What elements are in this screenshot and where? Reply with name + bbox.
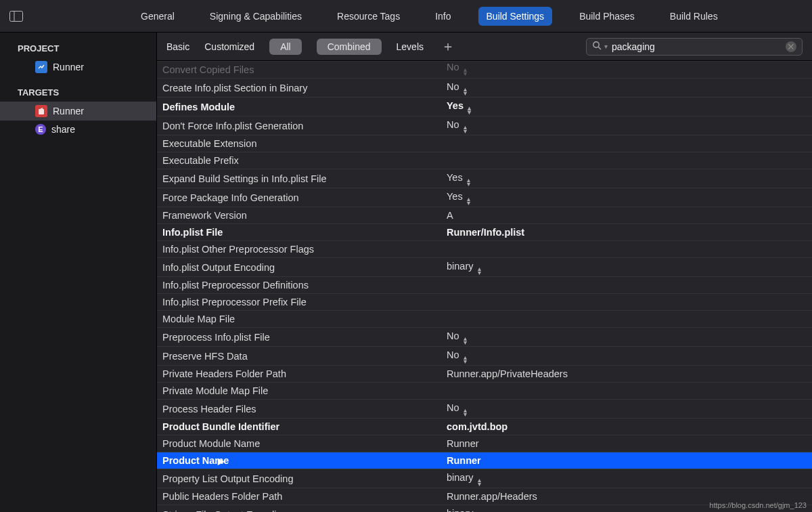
setting-value[interactable]: [441, 135, 812, 152]
filter-basic[interactable]: Basic: [166, 41, 189, 52]
disclosure-triangle-icon[interactable]: ▶: [218, 456, 224, 466]
setting-row[interactable]: Info.plist FileRunner/Info.plist: [157, 224, 812, 241]
tab-build-settings[interactable]: Build Settings: [478, 7, 553, 26]
setting-row[interactable]: Process Header FilesNo▴▾: [157, 400, 812, 419]
setting-value[interactable]: [441, 311, 812, 328]
sidebar-toggle-icon[interactable]: [8, 9, 24, 23]
setting-value[interactable]: No▴▾: [441, 62, 812, 79]
setting-value[interactable]: binary▴▾: [441, 258, 812, 277]
setting-row[interactable]: Info.plist Output Encodingbinary▴▾: [157, 258, 812, 277]
filter-customized[interactable]: Customized: [204, 41, 254, 52]
stepper-chevron-icon[interactable]: ▴▾: [467, 197, 470, 205]
setting-row[interactable]: Product Module NameRunner: [157, 435, 812, 452]
setting-row[interactable]: Private Headers Folder PathRunner.app/Pr…: [157, 366, 812, 383]
tab-signing-capabilities[interactable]: Signing & Capabilities: [202, 7, 310, 26]
stepper-chevron-icon[interactable]: ▴▾: [464, 87, 467, 95]
stepper-chevron-icon[interactable]: ▴▾: [464, 125, 467, 133]
stepper-chevron-icon[interactable]: ▴▾: [464, 68, 467, 76]
search-input[interactable]: [612, 41, 782, 52]
setting-value[interactable]: [441, 277, 812, 294]
setting-value[interactable]: Yes▴▾: [441, 188, 812, 207]
setting-row[interactable]: Info.plist Preprocessor Prefix File: [157, 294, 812, 311]
setting-name: ▶Product Name: [157, 452, 441, 469]
sidebar-target-share[interactable]: Eshare: [0, 121, 156, 138]
stepper-chevron-icon[interactable]: ▴▾: [468, 106, 471, 114]
stepper-chevron-icon[interactable]: ▴▾: [478, 478, 481, 486]
setting-row[interactable]: Convert Copied FilesNo▴▾: [157, 62, 812, 79]
setting-value[interactable]: No▴▾: [441, 400, 812, 419]
setting-row[interactable]: Executable Prefix: [157, 152, 812, 169]
setting-value[interactable]: No▴▾: [441, 116, 812, 135]
setting-value[interactable]: [441, 383, 812, 400]
setting-value[interactable]: Runner/Info.plist: [441, 224, 812, 241]
stepper-chevron-icon[interactable]: ▴▾: [464, 337, 467, 345]
setting-row[interactable]: Framework VersionA: [157, 207, 812, 224]
setting-row[interactable]: Info.plist Other Preprocessor Flags: [157, 241, 812, 258]
setting-name: Process Header Files: [157, 400, 441, 419]
setting-row[interactable]: Preprocess Info.plist FileNo▴▾: [157, 328, 812, 347]
setting-value[interactable]: A: [441, 207, 812, 224]
setting-row[interactable]: Private Module Map File: [157, 383, 812, 400]
sidebar-project-runner[interactable]: Runner: [0, 58, 156, 77]
main-pane: Basic Customized All Combined Levels ＋ ▾…: [157, 33, 812, 512]
setting-name: Module Map File: [157, 311, 441, 328]
setting-row[interactable]: Force Package Info GenerationYes▴▾: [157, 188, 812, 207]
sidebar-target-runner[interactable]: Runner: [0, 102, 156, 121]
project-sidebar: PROJECT Runner TARGETS RunnerEshare: [0, 33, 157, 512]
setting-value[interactable]: binary▴▾: [441, 469, 812, 488]
filter-view-segment: Combined: [317, 39, 382, 55]
setting-row[interactable]: Create Info.plist Section in BinaryNo▴▾: [157, 79, 812, 98]
tab-build-phases[interactable]: Build Phases: [571, 7, 643, 26]
search-field[interactable]: ▾ ✕: [586, 38, 803, 56]
sidebar-target-label: share: [51, 124, 75, 135]
setting-value[interactable]: Runner: [441, 452, 812, 469]
stepper-chevron-icon[interactable]: ▴▾: [467, 178, 470, 186]
svg-rect-0: [10, 11, 23, 21]
setting-name: Private Headers Folder Path: [157, 366, 441, 383]
setting-row[interactable]: Defines ModuleYes▴▾: [157, 98, 812, 116]
stepper-chevron-icon[interactable]: ▴▾: [464, 408, 467, 417]
filter-all[interactable]: All: [269, 39, 302, 55]
setting-value[interactable]: Yes▴▾: [441, 98, 812, 116]
setting-row[interactable]: Module Map File: [157, 311, 812, 328]
watermark: https://blog.csdn.net/gjm_123: [709, 501, 807, 509]
setting-row[interactable]: Property List Output Encodingbinary▴▾: [157, 469, 812, 488]
tab-general[interactable]: General: [133, 7, 183, 26]
search-chevron-down-icon[interactable]: ▾: [604, 43, 608, 50]
setting-name: Create Info.plist Section in Binary: [157, 79, 441, 98]
setting-value[interactable]: No▴▾: [441, 328, 812, 347]
setting-value[interactable]: Runner.app/PrivateHeaders: [441, 366, 812, 383]
setting-row[interactable]: Don't Force Info.plist GenerationNo▴▾: [157, 116, 812, 135]
setting-name: Private Module Map File: [157, 383, 441, 400]
setting-row[interactable]: Preserve HFS DataNo▴▾: [157, 347, 812, 366]
setting-value[interactable]: No▴▾: [441, 347, 812, 366]
settings-scroll[interactable]: Convert Copied FilesNo▴▾Create Info.plis…: [157, 61, 812, 512]
add-setting-button[interactable]: ＋: [438, 37, 457, 56]
stepper-chevron-icon[interactable]: ▴▾: [464, 356, 467, 364]
filter-scope-segment: All: [269, 39, 302, 55]
setting-value[interactable]: Runner: [441, 435, 812, 452]
filter-combined[interactable]: Combined: [317, 39, 382, 55]
stepper-chevron-icon[interactable]: ▴▾: [478, 267, 481, 275]
tab-resource-tags[interactable]: Resource Tags: [329, 7, 408, 26]
svg-rect-2: [39, 109, 44, 114]
setting-value[interactable]: [441, 294, 812, 311]
app-icon: [35, 105, 47, 117]
tab-info[interactable]: Info: [427, 7, 459, 26]
setting-name: Strings File Output Encoding: [157, 505, 441, 513]
tab-build-rules[interactable]: Build Rules: [662, 7, 726, 26]
setting-value[interactable]: [441, 152, 812, 169]
setting-row[interactable]: Info.plist Preprocessor Definitions: [157, 277, 812, 294]
search-clear-icon[interactable]: ✕: [786, 41, 796, 52]
setting-value[interactable]: Yes▴▾: [441, 169, 812, 188]
setting-row[interactable]: Expand Build Settings in Info.plist File…: [157, 169, 812, 188]
setting-value[interactable]: No▴▾: [441, 79, 812, 98]
setting-name: Info.plist File: [157, 224, 441, 241]
setting-value[interactable]: [441, 241, 812, 258]
setting-row[interactable]: Product Bundle Identifiercom.jvtd.bop: [157, 419, 812, 435]
setting-row[interactable]: ▶Product NameRunner: [157, 452, 812, 469]
editor-tabs: GeneralSigning & CapabilitiesResource Ta…: [133, 7, 726, 26]
setting-row[interactable]: Executable Extension: [157, 135, 812, 152]
filter-levels[interactable]: Levels: [397, 41, 424, 52]
setting-value[interactable]: com.jvtd.bop: [441, 419, 812, 435]
